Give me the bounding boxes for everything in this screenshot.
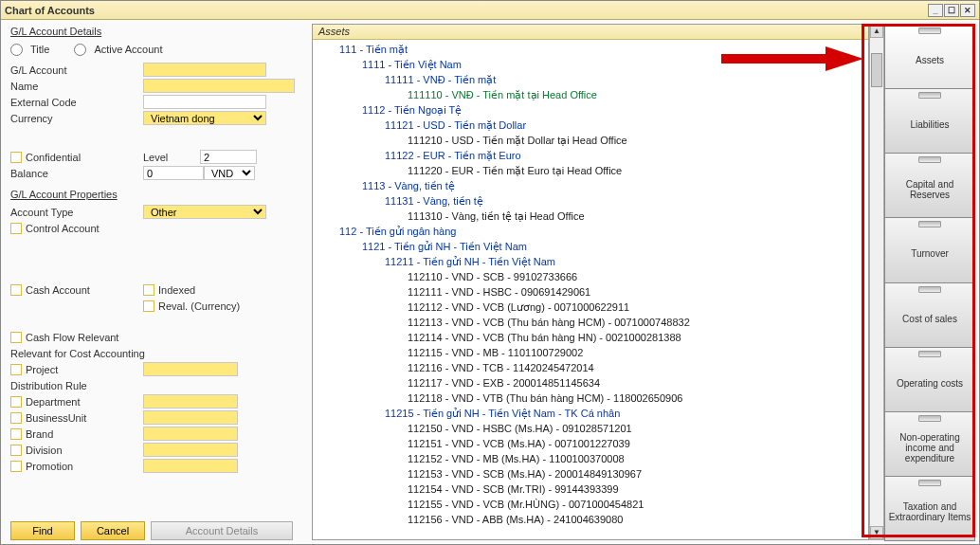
- tree-node[interactable]: 112117 - VND - EXB - 200014851145634: [317, 375, 864, 391]
- tree-node[interactable]: 1112 - Tiền Ngoại Tệ: [317, 102, 864, 118]
- confidential-checkbox[interactable]: [10, 152, 22, 163]
- promotion-checkbox[interactable]: [10, 461, 22, 472]
- division-input[interactable]: [143, 443, 238, 457]
- account-details-button: Account Details: [151, 521, 293, 540]
- tree-node[interactable]: 111310 - Vàng, tiền tệ tại Head Office: [317, 209, 864, 224]
- tree-scrollbar[interactable]: ▲ ▼: [869, 24, 884, 540]
- tree-node[interactable]: 112152 - VND - MB (Ms.HA) - 110010037000…: [317, 451, 864, 466]
- close-button[interactable]: ✕: [960, 4, 975, 17]
- department-checkbox[interactable]: [10, 396, 22, 408]
- drawer-assets[interactable]: Assets: [884, 24, 975, 89]
- tree-node[interactable]: 112150 - VND - HSBC (Ms.HA) - 0910285712…: [317, 421, 864, 436]
- drawer-turnover[interactable]: Turnover: [884, 217, 975, 282]
- drawer-label: Taxation and Extraordinary Items: [887, 501, 972, 522]
- tree-node[interactable]: 1121 - Tiền gửi NH - Tiền Việt Nam: [317, 239, 864, 254]
- external-code-input[interactable]: [143, 95, 266, 109]
- project-input[interactable]: [143, 362, 238, 376]
- scroll-thumb[interactable]: [871, 53, 882, 87]
- balance-unit-select[interactable]: VND: [204, 166, 255, 180]
- cash-account-checkbox[interactable]: [10, 284, 22, 296]
- label-external-code: External Code: [10, 97, 143, 108]
- maximize-button[interactable]: ☐: [944, 4, 959, 17]
- drawer-capital-and-reserves[interactable]: Capital and Reserves: [884, 153, 975, 218]
- tree-node[interactable]: 111 - Tiền mặt: [317, 42, 864, 57]
- label-reval: Reval. (Currency): [158, 300, 240, 312]
- label-department: Department: [26, 396, 80, 408]
- drawer-label: Assets: [916, 55, 944, 65]
- titlebar[interactable]: Chart of Accounts _ ☐ ✕: [1, 1, 979, 20]
- division-checkbox[interactable]: [10, 445, 22, 456]
- radio-active[interactable]: Active Account: [74, 44, 162, 56]
- tree-node[interactable]: 112113 - VND - VCB (Thu bán hàng HCM) - …: [317, 315, 864, 330]
- label-division: Division: [26, 445, 63, 456]
- tree-node[interactable]: 112153 - VND - SCB (Ms.HA) - 20001484913…: [317, 466, 864, 481]
- drawer-liabilities[interactable]: Liabilities: [884, 88, 975, 154]
- indexed-checkbox[interactable]: [143, 284, 154, 296]
- scroll-down-icon[interactable]: ▼: [870, 526, 883, 539]
- reval-checkbox[interactable]: [143, 300, 154, 312]
- gl-account-input[interactable]: [143, 63, 266, 77]
- left-panel: G/L Account Details Title Active Account…: [1, 20, 312, 544]
- brand-input[interactable]: [143, 427, 238, 441]
- drawer-label: Operating costs: [897, 378, 963, 389]
- drawer-taxation-and-extraordinary-items[interactable]: Taxation and Extraordinary Items: [884, 476, 975, 541]
- name-input[interactable]: [143, 79, 295, 93]
- drawer-operating-costs[interactable]: Operating costs: [884, 347, 975, 412]
- label-business-unit: BusinessUnit: [26, 412, 86, 424]
- tree-node[interactable]: 112116 - VND - TCB - 11420245472014: [317, 360, 864, 375]
- cash-flow-checkbox[interactable]: [10, 332, 22, 343]
- tree-node[interactable]: 112156 - VND - ABB (Ms.HA) - 24100463908…: [317, 512, 864, 527]
- tree-node[interactable]: 11121 - USD - Tiền mặt Dollar: [317, 118, 864, 133]
- tree-node[interactable]: 112112 - VND - VCB (Lương) - 00710006229…: [317, 300, 864, 315]
- window-title: Chart of Accounts: [5, 5, 95, 16]
- business-unit-checkbox[interactable]: [10, 412, 22, 424]
- label-control-account: Control Account: [26, 223, 100, 234]
- tree-node[interactable]: 111110 - VNĐ - Tiền mặt tại Head Office: [317, 87, 864, 102]
- tree-body[interactable]: 111 - Tiền mặt1111 - Tiền Việt Nam11111 …: [313, 40, 868, 539]
- drawer-non-operating-income-and-expenditure[interactable]: Non-operating income and expenditure: [884, 411, 975, 477]
- radio-active-input[interactable]: [74, 44, 86, 56]
- department-input[interactable]: [143, 394, 238, 409]
- project-checkbox[interactable]: [10, 364, 22, 375]
- drawer-label: Turnover: [911, 248, 949, 259]
- level-input[interactable]: [200, 150, 257, 164]
- right-panel: ▲ ▼ AssetsLiabilitiesCapital and Reserve…: [869, 24, 975, 540]
- tree-node[interactable]: 112118 - VND - VTB (Thu bán hàng HCM) - …: [317, 391, 864, 406]
- tree-node[interactable]: 112115 - VND - MB - 1101100729002: [317, 345, 864, 360]
- label-gl-account: G/L Account: [10, 64, 143, 76]
- find-button[interactable]: Find: [10, 521, 75, 540]
- drawer-cost-of-sales[interactable]: Cost of sales: [884, 282, 975, 348]
- tree-node[interactable]: 11215 - Tiền gửi NH - Tiền Việt Nam - TK…: [317, 406, 864, 421]
- tree-node[interactable]: 112154 - VND - SCB (Mr.TRI) - 9914439339…: [317, 481, 864, 497]
- tree-node[interactable]: 112111 - VND - HSBC - 090691429061: [317, 284, 864, 300]
- tree-node[interactable]: 11111 - VNĐ - Tiền mặt: [317, 72, 864, 87]
- balance-input[interactable]: [143, 166, 204, 180]
- business-unit-input[interactable]: [143, 410, 238, 425]
- section-details-header: G/L Account Details: [10, 26, 302, 37]
- minimize-button[interactable]: _: [928, 4, 943, 17]
- radio-title-input[interactable]: [10, 44, 23, 56]
- tree-node[interactable]: 112 - Tiền gửi ngân hàng: [317, 224, 864, 239]
- control-account-checkbox[interactable]: [10, 223, 22, 234]
- promotion-input[interactable]: [143, 459, 238, 473]
- label-balance: Balance: [10, 168, 143, 179]
- account-type-select[interactable]: Other: [143, 205, 266, 219]
- tree-node[interactable]: 1113 - Vàng, tiền tệ: [317, 178, 864, 193]
- tree-node[interactable]: 112151 - VND - VCB (Ms.HA) - 00710012270…: [317, 436, 864, 451]
- currency-select[interactable]: Vietnam dong: [143, 111, 266, 125]
- scroll-up-icon[interactable]: ▲: [870, 25, 883, 38]
- label-brand: Brand: [26, 428, 53, 440]
- radio-title[interactable]: Title: [10, 44, 49, 56]
- tree-node[interactable]: 112114 - VND - VCB (Thu bán hàng HN) - 0…: [317, 330, 864, 345]
- tree-node[interactable]: 111220 - EUR - Tiền mặt Euro tại Head Of…: [317, 163, 864, 178]
- tree-node[interactable]: 11122 - EUR - Tiền mặt Euro: [317, 148, 864, 163]
- tree-node[interactable]: 11131 - Vàng, tiền tệ: [317, 193, 864, 209]
- tree-node[interactable]: 112155 - VND - VCB (Mr.HÙNG) - 007100045…: [317, 497, 864, 512]
- tree-node[interactable]: 112110 - VND - SCB - 99102733666: [317, 269, 864, 284]
- brand-checkbox[interactable]: [10, 428, 22, 440]
- tree-node[interactable]: 111210 - USD - Tiền mặt Dollar tại Head …: [317, 133, 864, 148]
- label-promotion: Promotion: [26, 461, 73, 472]
- tree-node[interactable]: 11211 - Tiền gửi NH - Tiền Việt Nam: [317, 254, 864, 269]
- cancel-button[interactable]: Cancel: [81, 521, 145, 540]
- tree-node[interactable]: 1111 - Tiền Việt Nam: [317, 57, 864, 72]
